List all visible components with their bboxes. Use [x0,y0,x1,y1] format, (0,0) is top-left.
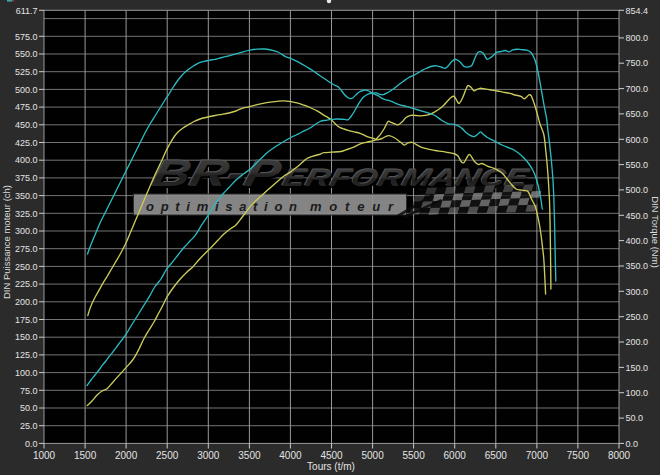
svg-text:400.0: 400.0 [626,236,649,246]
svg-text:50.0: 50.0 [626,413,644,423]
svg-text:175.0: 175.0 [15,315,38,325]
svg-text:3500: 3500 [238,450,261,461]
svg-text:5000: 5000 [361,450,384,461]
svg-text:550.0: 550.0 [15,49,38,59]
svg-text:1500: 1500 [74,450,97,461]
svg-text:5500: 5500 [402,450,425,461]
svg-text:500.0: 500.0 [15,85,38,95]
svg-text:2000: 2000 [115,450,138,461]
svg-text:425.0: 425.0 [15,138,38,148]
svg-text:550.0: 550.0 [626,160,649,170]
svg-text:6000: 6000 [444,450,467,461]
svg-text:4500: 4500 [320,450,343,461]
svg-text:Tours (t/m): Tours (t/m) [307,461,355,472]
svg-text:400.0: 400.0 [15,155,38,165]
svg-text:250.0: 250.0 [626,312,649,322]
svg-text:100.0: 100.0 [626,388,649,398]
svg-text:200.0: 200.0 [15,297,38,307]
svg-text:75.0: 75.0 [20,386,38,396]
svg-text:500.0: 500.0 [626,185,649,195]
svg-text:525.0: 525.0 [15,67,38,77]
svg-text:7000: 7000 [526,450,549,461]
svg-text:3000: 3000 [197,450,220,461]
svg-text:100.0: 100.0 [15,368,38,378]
svg-text:6500: 6500 [485,450,508,461]
svg-text:8000: 8000 [608,450,631,461]
svg-text:150.0: 150.0 [15,332,38,342]
svg-text:750.0: 750.0 [626,58,649,68]
svg-text:800.0: 800.0 [626,33,649,43]
svg-text:4000: 4000 [279,450,302,461]
svg-text:300.0: 300.0 [626,287,649,297]
svg-text:0.0: 0.0 [25,439,38,449]
svg-text:450.0: 450.0 [15,120,38,130]
svg-text:350.0: 350.0 [15,191,38,201]
svg-text:600.0: 600.0 [626,135,649,145]
svg-text:25.0: 25.0 [20,421,38,431]
svg-text:611.7: 611.7 [16,6,38,16]
svg-text:1000: 1000 [33,450,56,461]
svg-text:2500: 2500 [156,450,179,461]
svg-text:7500: 7500 [567,450,590,461]
svg-text:DIN Puissance moteur (ch): DIN Puissance moteur (ch) [1,185,12,299]
svg-text:575.0: 575.0 [15,32,38,42]
svg-text:200.0: 200.0 [626,337,649,347]
svg-text:50.0: 50.0 [20,403,38,413]
svg-text:150.0: 150.0 [626,363,649,373]
svg-text:0.0: 0.0 [626,439,639,449]
svg-text:325.0: 325.0 [15,209,38,219]
svg-text:475.0: 475.0 [15,102,38,112]
svg-text:650.0: 650.0 [626,109,649,119]
svg-text:375.0: 375.0 [15,173,38,183]
svg-text:300.0: 300.0 [15,226,38,236]
svg-text:125.0: 125.0 [15,350,38,360]
svg-text:DIN Torque (Nm): DIN Torque (Nm) [650,196,660,268]
svg-text:854.4: 854.4 [626,6,649,16]
svg-text:275.0: 275.0 [15,244,38,254]
svg-text:BR-P: BR-P [148,153,287,194]
svg-text:450.0: 450.0 [626,211,649,221]
svg-text:225.0: 225.0 [15,279,38,289]
svg-text:250.0: 250.0 [15,262,38,272]
svg-text:700.0: 700.0 [626,84,649,94]
svg-text:350.0: 350.0 [626,261,649,271]
